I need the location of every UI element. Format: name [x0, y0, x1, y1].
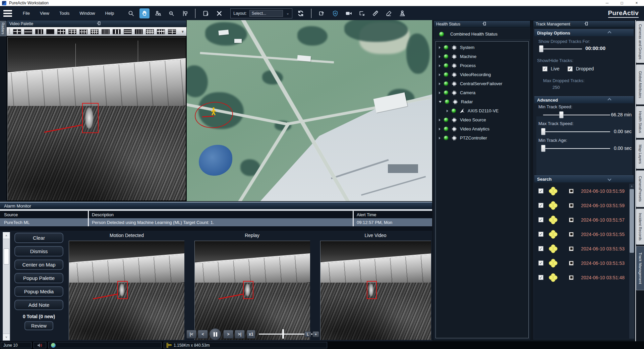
person-track-icon[interactable] [209, 107, 218, 118]
replay-video[interactable] [194, 241, 310, 340]
close-button[interactable]: × [629, 0, 644, 6]
column-source[interactable]: Source [0, 212, 88, 217]
pin-icon[interactable] [584, 21, 632, 27]
video-camera-icon[interactable] [344, 8, 354, 18]
save-layout-icon[interactable] [201, 8, 211, 18]
menu-file[interactable]: File [19, 9, 33, 17]
tab-camerapresets[interactable]: CameraPresets [636, 170, 644, 207]
area-select-icon[interactable] [357, 8, 367, 18]
layout-grid-icon[interactable] [135, 29, 143, 34]
dropped-checkbox[interactable]: ✓ [568, 66, 573, 71]
scrollbar-thumb[interactable] [630, 189, 634, 253]
layout-grid-icon[interactable] [113, 29, 121, 34]
pin-icon[interactable] [482, 21, 528, 27]
dropped-tracks-slider-thumb[interactable] [539, 45, 543, 52]
layout-grid-icon[interactable] [46, 29, 54, 34]
expander-icon[interactable] [439, 82, 441, 85]
track-square-icon[interactable] [569, 232, 574, 237]
layout-grid-icon[interactable] [157, 29, 165, 34]
health-tree-item-system[interactable]: System [436, 43, 528, 52]
scrollbar-thumb[interactable] [4, 248, 9, 265]
expander-icon[interactable] [439, 55, 441, 58]
hamburger-menu-icon[interactable] [3, 10, 12, 17]
center-on-map-button[interactable]: Center on Map [14, 259, 63, 270]
tab-global-attributes[interactable]: Global Attributes [636, 64, 644, 105]
drag-grip-icon[interactable] [9, 29, 10, 34]
track-checkbox[interactable]: ✓ [538, 203, 543, 208]
speed-button[interactable]: x1 [247, 330, 255, 339]
min-track-speed-slider-thumb[interactable] [559, 111, 564, 118]
expander-icon[interactable] [439, 64, 441, 67]
search-list-scrollbar[interactable]: ˄ [629, 184, 634, 339]
column-alert-time[interactable]: Alert Time [353, 212, 432, 217]
track-result-row[interactable]: ✓ 2024-06-10 03:51:55 [534, 227, 629, 241]
step-back-button[interactable]: < [198, 330, 208, 339]
step-forward-button[interactable]: > [223, 330, 233, 339]
layout-grid-icon[interactable] [102, 29, 110, 34]
scroll-up-icon[interactable]: ˄ [3, 232, 10, 239]
chevron-down-icon[interactable]: ⌄ [286, 11, 289, 15]
display-options-section-header[interactable]: Display Options [534, 29, 634, 36]
tab-health-status[interactable]: Health Status [636, 106, 644, 138]
radars-side-tab[interactable]: Radars [0, 21, 6, 36]
column-divider[interactable] [88, 211, 89, 226]
track-square-icon[interactable] [569, 275, 574, 280]
thermal-video-feed[interactable] [7, 37, 186, 200]
health-tree-item-axis-d2110ve[interactable]: AXIS D2110-VE [436, 106, 528, 115]
layout-grid-icon[interactable] [168, 29, 176, 34]
menu-tools[interactable]: Tools [56, 9, 73, 17]
ruler-icon[interactable] [370, 8, 380, 18]
layout-grid-icon[interactable] [57, 29, 65, 34]
video-export-icon[interactable] [317, 8, 327, 18]
health-tree-item-ptzcontroller[interactable]: PTZController [436, 133, 528, 142]
skip-to-start-button[interactable]: |< [186, 330, 196, 339]
min-track-age-slider-thumb[interactable] [541, 145, 545, 152]
pause-button[interactable] [209, 328, 221, 340]
layout-grid-icon[interactable] [68, 29, 76, 34]
measure-split-icon[interactable] [180, 8, 190, 18]
track-result-row[interactable]: ✓ 2024-06-10 03:51:59 [534, 184, 629, 198]
column-description[interactable]: Description [88, 212, 353, 217]
track-checkbox[interactable]: ✓ [538, 188, 543, 193]
expander-icon-expanded[interactable] [439, 101, 442, 103]
menu-view[interactable]: View [37, 9, 53, 17]
track-result-row[interactable]: ✓ 2024-06-10 03:51:53 [534, 241, 629, 256]
collapse-chevron-icon[interactable] [607, 31, 611, 35]
column-divider[interactable] [353, 211, 354, 226]
search-section-header[interactable]: Search [534, 175, 634, 182]
layout-dropdown[interactable]: Select... [249, 10, 283, 17]
zoom-icon[interactable] [166, 8, 176, 18]
menu-help[interactable]: Help [102, 9, 118, 17]
motion-detected-video[interactable] [69, 241, 184, 340]
expander-icon[interactable] [447, 110, 448, 112]
advanced-section-header[interactable]: Advanced [534, 96, 634, 103]
min-track-age-slider-track[interactable] [543, 148, 610, 149]
layout-grid-icon[interactable] [91, 29, 99, 34]
expander-icon[interactable] [439, 92, 441, 94]
maximize-button[interactable]: □ [614, 0, 629, 6]
refresh-icon[interactable] [296, 8, 306, 18]
track-checkbox[interactable]: ✓ [538, 246, 543, 251]
map-view[interactable] [187, 20, 432, 201]
dropped-tracks-slider-track[interactable] [540, 49, 582, 49]
track-checkbox[interactable]: ✓ [538, 217, 543, 222]
health-tree-item-centralserverfailover[interactable]: CentralServerFailover [436, 79, 528, 88]
scroll-up-icon[interactable]: ˄ [629, 184, 634, 189]
popup-media-button[interactable]: Popup Media [14, 286, 63, 297]
layout-grid-icon[interactable] [124, 29, 132, 34]
collapse-chevron-icon[interactable] [607, 98, 611, 102]
live-button[interactable]: L [304, 331, 311, 337]
live-video[interactable] [320, 241, 431, 340]
health-tree-item-machine[interactable]: Machine [436, 52, 528, 61]
pin-icon[interactable] [97, 21, 184, 26]
layout-grid-icon[interactable] [79, 29, 87, 34]
tab-map-layers[interactable]: Map Layers [636, 139, 644, 169]
user-search-icon[interactable] [153, 8, 163, 18]
layout-grid-icon[interactable] [13, 29, 21, 34]
combined-health-row[interactable]: Combined Health Status [433, 28, 530, 40]
track-square-icon[interactable] [569, 189, 574, 193]
tab-incident-records[interactable]: Incident Records [636, 209, 644, 245]
add-note-button[interactable]: Add Note [14, 300, 63, 310]
health-tree-item-videorecording[interactable]: VideoRecording [436, 70, 528, 79]
expand-chevron-icon[interactable] [607, 177, 611, 181]
